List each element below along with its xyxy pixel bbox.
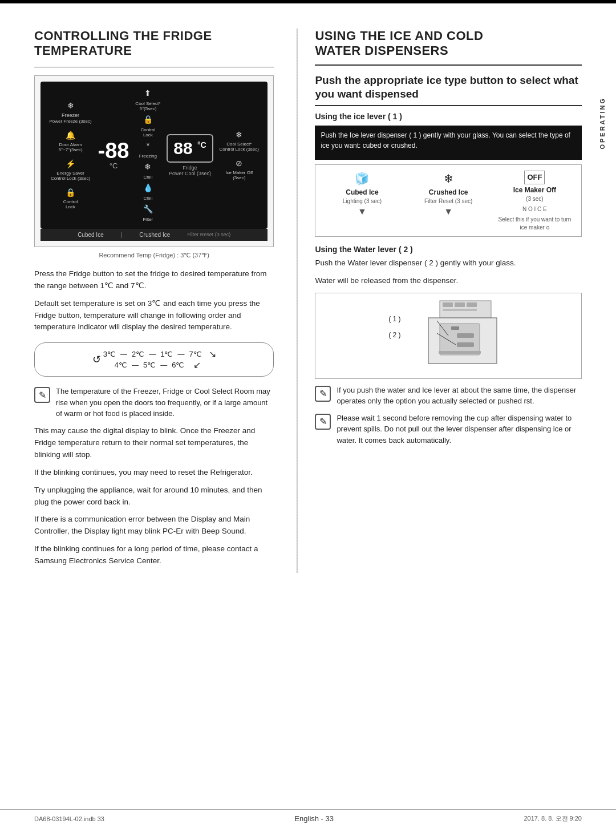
svg-rect-2 xyxy=(455,302,465,307)
fridge-temp-display: 88 °C FridgePower Cool (3sec) xyxy=(167,134,213,176)
svg-rect-8 xyxy=(457,333,474,338)
ice-maker-off-icon: OFF xyxy=(524,171,545,184)
column-divider xyxy=(297,29,298,573)
note-box-3: ✎ Please wait 1 second before removing t… xyxy=(315,413,582,446)
body-para2: Default set temperature is set on 3℃ and… xyxy=(34,298,274,334)
body-para4: If the blinking continues, you may need … xyxy=(34,467,274,479)
water-lever-title: Using the Water lever ( 2 ) xyxy=(315,245,582,254)
svg-rect-10 xyxy=(439,351,481,354)
ice-lever-title: Using the ice lever ( 1 ) xyxy=(315,112,582,121)
right-section-title: USING THE ICE AND COLD WATER DISPENSERS xyxy=(315,29,582,59)
right-column: OPERATING USING THE ICE AND COLD WATER D… xyxy=(303,29,582,573)
middle-controls: ⬆Cool Select*5°(5sec) 🔒ControlLock *Free… xyxy=(135,88,160,222)
lever2-label: ( 2 ) xyxy=(388,331,400,339)
crushed-ice-button: ❄ Crushed Ice Filter Reset (3 sec) ▼ xyxy=(410,171,487,232)
crushed-ice-icon: ❄ xyxy=(410,171,487,187)
ice-buttons-panel: 🧊 Cubed Ice Lighting (3 sec) ▼ ❄ Crushed… xyxy=(315,164,582,237)
footer-right: 2017. 8. 8. 오전 9:20 xyxy=(524,814,582,823)
note-text-3: Please wait 1 second before removing the… xyxy=(337,413,582,446)
note-box-1: ✎ The temperature of the Freezer, Fridge… xyxy=(34,386,274,419)
left-controls: ❄ FreezerPower Freeze (3sec) 🔔 Door Alar… xyxy=(49,101,91,209)
ice-maker-off-label: Ice Maker Off xyxy=(496,185,573,195)
no-ice-text: N O I C E xyxy=(496,205,573,213)
crushed-ice-arrow: ▼ xyxy=(410,205,487,218)
dispenser-image-box: ( 1 ) ( 2 ) xyxy=(315,293,582,379)
svg-rect-4 xyxy=(443,309,477,311)
dispenser-diagram: ( 1 ) ( 2 ) xyxy=(388,298,508,374)
body-para6: If there is a communication error betwee… xyxy=(34,514,274,538)
recommend-text: Recommend Temp (Fridge) : 3℃ (37℉) xyxy=(34,252,274,259)
fridge-display-box: ❄ FreezerPower Freeze (3sec) 🔔 Door Alar… xyxy=(34,75,274,247)
water-lever-desc2: Water will be released from the dispense… xyxy=(315,275,582,287)
note-box-2: ✎ If you push the water and Ice lever at… xyxy=(315,385,582,407)
note-text-1: The temperature of the Freezer, Fridge o… xyxy=(56,386,274,419)
crushed-ice-sub: Filter Reset (3 sec) xyxy=(410,197,487,205)
cubed-ice-icon: 🧊 xyxy=(323,171,401,187)
crushed-ice-label: Crushed Ice xyxy=(410,188,487,197)
water-lever-desc1: Push the Water lever dispenser ( 2 ) gen… xyxy=(315,257,582,269)
svg-rect-6 xyxy=(440,324,480,355)
body-para1: Press the Fridge button to set the fridg… xyxy=(34,268,274,292)
cubed-ice-arrow: ▼ xyxy=(323,205,401,218)
freezer-temp-display: -88 °C xyxy=(98,140,129,170)
operating-sidebar-label: OPERATING xyxy=(599,97,606,150)
ice-overlay-desc: Push the Ice lever dispenser ( 1 ) gentl… xyxy=(315,126,582,160)
footer-left: DA68-03194L-02.indb 33 xyxy=(34,815,104,822)
ice-type-row: Cubed Ice | Crushed Ice Filter Reset (3 … xyxy=(40,229,268,241)
body-para5: Try unplugging the appliance, wait for a… xyxy=(34,484,274,508)
no-ice-sub: Select this if you want to turn ice make… xyxy=(496,216,573,232)
fridge-display-inner: ❄ FreezerPower Freeze (3sec) 🔔 Door Alar… xyxy=(40,82,268,229)
temp-cycle-box: ↺ 3℃ — 2℃ — 1℃ — 7℃ ↘ 4℃ xyxy=(34,342,274,377)
ice-maker-off-sub: (3 sec) xyxy=(496,195,573,203)
page-footer: DA68-03194L-02.indb 33 English - 33 2017… xyxy=(0,809,616,823)
left-section-title: CONTROLLING THE FRIDGE TEMPERATURE xyxy=(34,29,274,59)
cubed-ice-button: 🧊 Cubed Ice Lighting (3 sec) ▼ xyxy=(323,171,401,232)
svg-rect-9 xyxy=(457,342,474,347)
note-icon-2: ✎ xyxy=(315,386,331,402)
ice-maker-off-button: OFF Ice Maker Off (3 sec) N O I C E Sele… xyxy=(496,171,573,232)
note-icon-3: ✎ xyxy=(315,414,331,430)
body-para3: This may cause the digital display to bl… xyxy=(34,425,274,461)
note-icon-1: ✎ xyxy=(34,387,50,403)
dispenser-svg xyxy=(406,298,508,372)
right-controls: ❄ Cool Select*Control Lock (3sec) ⊘ Ice … xyxy=(220,130,259,180)
cubed-ice-label: Cubed Ice xyxy=(323,188,401,197)
svg-rect-7 xyxy=(451,326,459,330)
body-para7: If the blinking continues for a long per… xyxy=(34,543,274,567)
lever1-label: ( 1 ) xyxy=(388,315,400,323)
right-subtitle: Push the appropriate ice type button to … xyxy=(315,74,582,106)
svg-rect-3 xyxy=(467,302,477,307)
left-column: CONTROLLING THE FRIDGE TEMPERATURE ❄ Fre… xyxy=(34,29,291,573)
note-text-2: If you push the water and Ice lever at a… xyxy=(337,385,582,407)
svg-rect-1 xyxy=(443,302,453,307)
footer-center: English - 33 xyxy=(294,814,334,823)
note-boxes-right: ✎ If you push the water and Ice lever at… xyxy=(315,385,582,446)
cubed-ice-sub: Lighting (3 sec) xyxy=(323,197,401,205)
water-section: Using the Water lever ( 2 ) Push the Wat… xyxy=(315,245,582,446)
